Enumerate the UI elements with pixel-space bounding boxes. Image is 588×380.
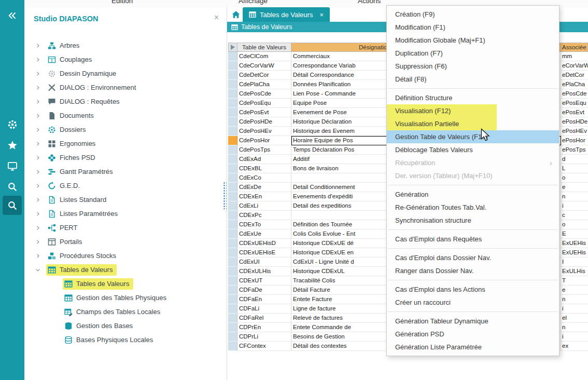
cell-associee[interactable]: ExUEHis [561,239,588,248]
cell-table-de-valeurs[interactable]: CDExEn [237,192,291,201]
cell-associee[interactable]: ePosHEv [561,127,588,136]
row-indicator[interactable] [228,201,237,211]
menu-item-suppression-f6[interactable]: Suppression (F6) [387,60,559,73]
cell-associee[interactable]: i [561,201,588,211]
chevron-right-icon[interactable] [35,169,46,175]
chevron-right-icon[interactable] [35,183,46,189]
cell-table-de-valeurs[interactable]: CdExLi [237,201,291,211]
row-indicator[interactable] [228,304,237,314]
chevron-right-icon[interactable] [35,57,46,63]
home-tab-icon[interactable] [231,10,242,20]
sidebar-item-dialog-environnement[interactable]: DIALOG : Environnement [24,80,227,94]
cell-table-de-valeurs[interactable]: CdExDe [237,183,291,192]
menu-item-g-n-ration-tableur-dynamique[interactable]: Génération Tableur Dynamique [387,315,559,328]
cell-table-de-valeurs[interactable]: CdeClCom [237,52,291,61]
row-indicator[interactable] [228,248,237,257]
sidebar-item-documents[interactable]: Documents [24,108,227,123]
row-indicator[interactable] [228,239,237,248]
row-indicator[interactable] [228,286,237,295]
sidebar-item-dessin-dynamique[interactable]: Dessin Dynamique [24,66,227,80]
menu-item-cr-er-un-raccourci[interactable]: Créer un raccourci [387,296,559,309]
cell-associee[interactable]: ExULHis [561,267,588,276]
cell-associee[interactable]: ePosTps [561,145,588,155]
cell-associee[interactable]: i [561,304,588,314]
sidebar-item-portails[interactable]: Portails [24,235,227,249]
column-header-table-de-valeurs[interactable]: Table de Valeurs [237,43,291,52]
menu-item-visualisation-partielle[interactable]: Visualisation Partielle [387,117,559,130]
menu-item-re-g-n-ration-toutes-tab-val[interactable]: Re-Génération Toutes Tab.Val. [387,201,559,214]
menu-item-g-n-ration[interactable]: Génération [387,188,559,201]
sidebar-item-dossiers[interactable]: Dossiers [24,123,227,137]
cell-associee[interactable]: ePlaCha [561,80,588,89]
tab-tables-de-valeurs[interactable]: Tables de Valeurs × [243,7,330,22]
sidebar-item-tables-de-valeurs[interactable]: Tables de Valeurs [24,277,227,291]
chevron-right-icon[interactable] [35,211,46,217]
row-indicator[interactable] [228,155,237,164]
sidebar-item-couplages[interactable]: Couplages [24,52,227,66]
collapse-sidebar-icon[interactable] [0,6,24,25]
cell-table-de-valeurs[interactable]: CdExCo [237,173,291,183]
cell-table-de-valeurs[interactable]: CdePlaCha [237,80,291,89]
menu-item-modification-f1[interactable]: Modification (F1) [387,21,559,34]
cell-table-de-valeurs[interactable]: CDExTo [237,220,291,229]
cell-associee[interactable]: o [561,220,588,229]
sidebar-item-listes-standard[interactable]: Listes Standard [24,193,227,207]
menu-item-d-finition-structure[interactable]: Définition Structure [387,91,559,104]
cell-table-de-valeurs[interactable]: CdePosEqu [237,99,291,108]
chevron-right-icon[interactable] [35,155,46,161]
cell-table-de-valeurs[interactable]: CdeDetCor [237,71,291,80]
row-indicator[interactable] [228,295,237,304]
chevron-right-icon[interactable] [35,85,46,91]
cell-table-de-valeurs[interactable]: CDExULHis [237,267,291,276]
cell-table-de-valeurs[interactable]: CDPrEn [237,323,291,332]
menu-item-g-n-ration-liste-param-tr-e[interactable]: Génération Liste Paramétrée [387,341,559,354]
cell-associee[interactable]: e [561,286,588,295]
cell-table-de-valeurs[interactable]: CDExPc [237,211,291,220]
chevron-right-icon[interactable] [35,113,46,119]
chevron-right-icon[interactable] [35,253,46,259]
cell-associee[interactable]: eCorVarW [561,61,588,71]
row-indicator[interactable] [228,229,237,239]
cell-table-de-valeurs[interactable]: CDFaEn [237,295,291,304]
screens-monitor-icon[interactable] [0,157,24,175]
sidebar-item-bases-physiques-locales[interactable]: Bases Physiques Locales [24,333,227,347]
chevron-right-icon[interactable] [35,71,46,77]
row-indicator[interactable] [228,276,237,286]
row-indicator[interactable] [228,220,237,229]
menu-item-ranger-dans-dossier-nav[interactable]: Ranger dans Dossier Nav. [387,264,559,277]
cell-table-de-valeurs[interactable]: CDExUT [237,276,291,286]
chevron-right-icon[interactable] [35,43,46,49]
cell-associee[interactable]: ex [561,342,588,351]
cell-associee[interactable]: ExUEHis [561,248,588,257]
menu-item-gestion-table-de-valeurs-f10[interactable]: Gestion Table de Valeurs (F10) [387,130,559,143]
row-indicator[interactable] [228,192,237,201]
sidebar-item-arbres[interactable]: Arbres [24,38,227,52]
cell-table-de-valeurs[interactable]: CDFaRel [237,314,291,323]
cell-table-de-valeurs[interactable]: CdePosHEv [237,127,291,136]
chevron-right-icon[interactable] [35,99,46,105]
cell-table-de-valeurs[interactable]: CDPrLi [237,332,291,342]
row-indicator[interactable] [228,136,237,145]
row-indicator[interactable] [228,323,237,332]
sidebar-item-dialog-requ-tes[interactable]: DIALOG : Requêtes [24,94,227,108]
row-indicator[interactable] [228,267,237,276]
sidebar-item-gestion-des-bases[interactable]: Gestion des Bases [24,319,227,333]
menu-item-cas-d-emploi-dans-requ-tes[interactable]: Cas d'Emploi dans Requêtes [387,233,559,246]
menubar-item-affichage[interactable]: Affichage [239,0,268,5]
row-indicator[interactable] [228,80,237,89]
row-indicator[interactable] [228,342,237,351]
cell-table-de-valeurs[interactable]: CDFaLi [237,304,291,314]
cell-table-de-valeurs[interactable]: CDFaDe [237,286,291,295]
cell-table-de-valeurs[interactable]: CdePosHDe [237,117,291,127]
row-indicator[interactable] [228,145,237,155]
sidebar-item-gantt-param-tr-s[interactable]: Gantt Paramétrés [24,165,227,179]
sidebar-item-g-e-d[interactable]: G.E.D. [24,179,227,193]
cell-associee[interactable]: c [561,211,588,220]
cell-associee[interactable]: ePosEvt [561,108,588,117]
cell-table-de-valeurs[interactable]: CdeCorVarW [237,61,291,71]
cell-table-de-valeurs[interactable]: CdExUe [237,229,291,239]
row-indicator[interactable] [228,99,237,108]
chevron-right-icon[interactable] [35,141,46,147]
cell-associee[interactable]: n [561,295,588,304]
sidebar-item-champs-des-tables-locales[interactable]: Champs des Tables Locales [24,305,227,319]
